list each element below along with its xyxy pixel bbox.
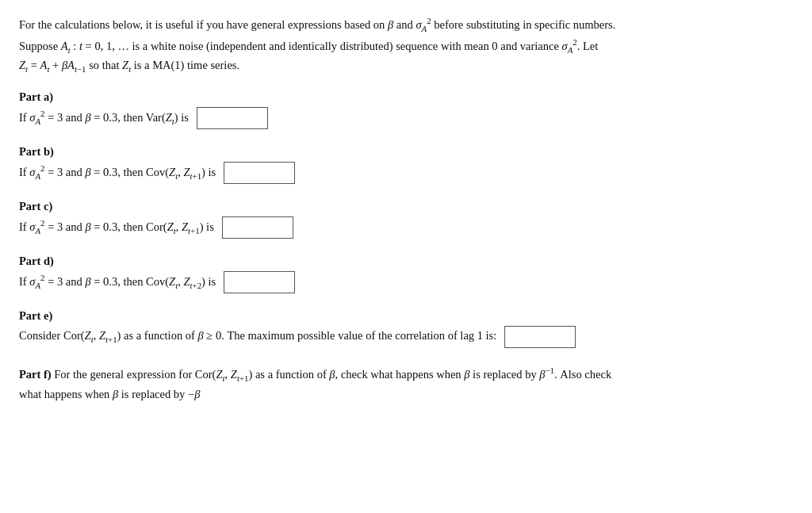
part-e-input[interactable] xyxy=(504,326,576,348)
part-a-text: If σA2 = 3 and β = 0.3, then Var(Zt) is xyxy=(19,107,189,128)
part-f-block: Part f) For the general expression for C… xyxy=(19,364,793,404)
part-c-label: Part c) xyxy=(19,200,793,213)
part-e-block: Part e) Consider Cor(Zt, Zt+1) as a func… xyxy=(19,309,793,348)
part-e-label: Part e) xyxy=(19,309,793,323)
part-f-body: For the general expression for Cor(Zt, Z… xyxy=(54,368,611,381)
part-d-row: If σA2 = 3 and β = 0.3, then Cov(Zt, Zt+… xyxy=(19,271,793,293)
intro-line3: Zt = At + βAt−1 so that Zt is a MA(1) ti… xyxy=(19,56,793,76)
part-d-input[interactable] xyxy=(224,271,295,293)
part-c-text: If σA2 = 3 and β = 0.3, then Cor(Zt, Zt+… xyxy=(19,216,214,238)
part-b-text: If σA2 = 3 and β = 0.3, then Cov(Zt, Zt+… xyxy=(19,162,216,183)
main-container: For the calculations below, it is useful… xyxy=(0,0,812,513)
part-d-text: If σA2 = 3 and β = 0.3, then Cov(Zt, Zt+… xyxy=(19,271,216,293)
part-a-block: Part a) If σA2 = 3 and β = 0.3, then Var… xyxy=(19,90,793,129)
part-a-row: If σA2 = 3 and β = 0.3, then Var(Zt) is xyxy=(19,107,793,129)
part-e-text: Consider Cor(Zt, Zt+1) as a function of … xyxy=(19,327,496,346)
part-a-label: Part a) xyxy=(19,90,793,104)
part-b-input[interactable] xyxy=(224,162,295,184)
part-c-input[interactable] xyxy=(222,216,293,239)
part-d-label: Part d) xyxy=(19,255,793,268)
part-a-input[interactable] xyxy=(197,107,268,129)
part-f-text: Part f) For the general expression for C… xyxy=(19,364,793,404)
part-b-block: Part b) If σA2 = 3 and β = 0.3, then Cov… xyxy=(19,145,793,184)
part-d-block: Part d) If σA2 = 3 and β = 0.3, then Cov… xyxy=(19,255,793,293)
part-c-block: Part c) If σA2 = 3 and β = 0.3, then Cor… xyxy=(19,200,793,239)
intro-paragraph: For the calculations below, it is useful… xyxy=(19,14,793,76)
part-b-row: If σA2 = 3 and β = 0.3, then Cov(Zt, Zt+… xyxy=(19,162,793,184)
part-c-row: If σA2 = 3 and β = 0.3, then Cor(Zt, Zt+… xyxy=(19,216,793,239)
intro-line1: For the calculations below, it is useful… xyxy=(19,14,793,36)
part-f-label: Part f) xyxy=(19,368,52,381)
part-f-line2: what happens when β is replaced by −β xyxy=(19,388,200,400)
part-b-label: Part b) xyxy=(19,145,793,159)
part-e-row: Consider Cor(Zt, Zt+1) as a function of … xyxy=(19,326,793,348)
intro-line2: Suppose At : t = 0, 1, … is a white nois… xyxy=(19,36,793,57)
